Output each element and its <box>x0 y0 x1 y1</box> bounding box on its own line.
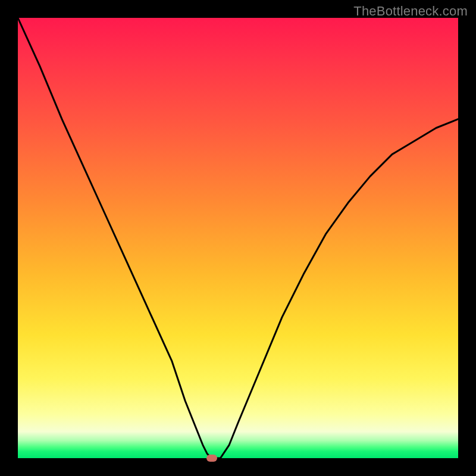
chart-frame: TheBottleneck.com <box>0 0 476 476</box>
watermark-text: TheBottleneck.com <box>353 4 468 19</box>
bottleneck-curve <box>18 18 458 458</box>
optimal-point-marker <box>206 455 217 462</box>
plot-area <box>18 18 458 458</box>
